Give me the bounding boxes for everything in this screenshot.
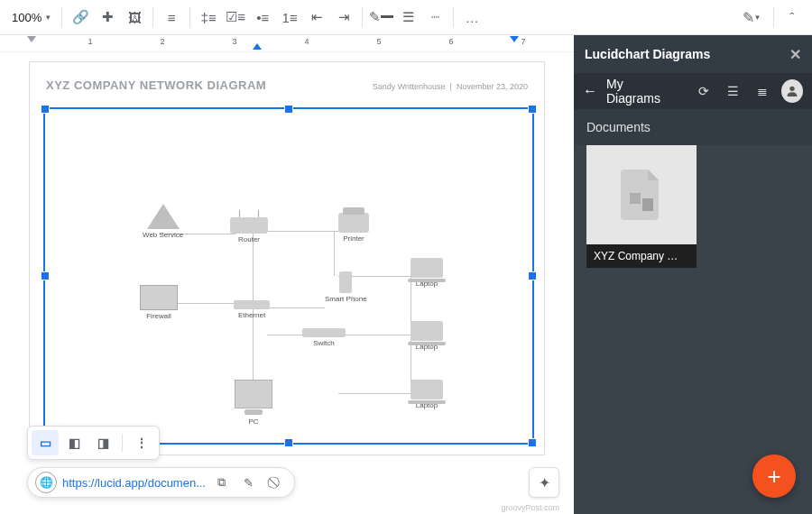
wire bbox=[266, 307, 325, 308]
svg-rect-2 bbox=[642, 198, 653, 211]
close-button[interactable]: ✕ bbox=[789, 46, 801, 63]
wrap-inline-button[interactable]: ▭ bbox=[32, 430, 59, 455]
border-weight-button[interactable]: ☰ bbox=[395, 5, 420, 30]
thumbnail-preview bbox=[586, 145, 697, 244]
insert-link-button[interactable]: 🔗 bbox=[68, 5, 93, 30]
ruler-mark: 3 bbox=[232, 37, 236, 46]
node-ethernet: Ethernet bbox=[234, 300, 270, 319]
date: November 23, 2020 bbox=[457, 82, 528, 91]
back-button[interactable]: ← bbox=[583, 83, 597, 99]
increase-indent-button[interactable]: ⇥ bbox=[331, 5, 356, 30]
align-button[interactable]: ≡ bbox=[159, 5, 184, 30]
node-pc: PC bbox=[235, 380, 272, 426]
wrap-break-button[interactable]: ◨ bbox=[89, 430, 116, 455]
image-more-button[interactable]: ⋮ bbox=[128, 430, 155, 455]
left-indent-marker[interactable] bbox=[27, 36, 36, 42]
remove-link-button[interactable]: ⃠ bbox=[265, 472, 287, 493]
author: Sandy Writtenhouse bbox=[373, 82, 446, 91]
explore-button[interactable]: ✦ bbox=[529, 467, 559, 498]
separator bbox=[61, 7, 62, 27]
chevron-down-icon: ▼ bbox=[44, 14, 51, 22]
right-indent-marker[interactable] bbox=[510, 36, 519, 42]
ethernet-icon bbox=[234, 300, 270, 309]
node-web-service: Web Service bbox=[143, 204, 183, 239]
ruler-mark: 5 bbox=[376, 37, 381, 46]
node-label: Router bbox=[230, 235, 268, 243]
node-switch: Switch bbox=[302, 328, 346, 347]
page-title: XYZ COMPANY NETWORK DIAGRAM bbox=[46, 78, 266, 92]
horizontal-ruler[interactable]: 1 2 3 4 5 6 7 bbox=[0, 35, 574, 52]
web-service-icon bbox=[147, 204, 180, 229]
checklist-button[interactable]: ☑≡ bbox=[223, 5, 248, 30]
diagram-thumbnail[interactable]: XYZ Company … bbox=[586, 145, 697, 268]
decrease-indent-button[interactable]: ⇤ bbox=[304, 5, 329, 30]
globe-icon: 🌐 bbox=[35, 472, 57, 493]
insert-image-button[interactable]: 🖼 bbox=[122, 5, 147, 30]
ruler-mark: 2 bbox=[160, 37, 164, 46]
hide-menus-button[interactable]: ˆ bbox=[780, 5, 805, 30]
node-label: Switch bbox=[302, 339, 346, 347]
user-avatar[interactable] bbox=[781, 79, 803, 103]
svg-point-0 bbox=[789, 87, 794, 91]
document-area: 1 2 3 4 5 6 7 XYZ COMPANY NETWORK DIAGRA… bbox=[0, 35, 574, 514]
laptop-icon bbox=[411, 258, 443, 278]
node-router: Router bbox=[230, 217, 268, 243]
separator bbox=[122, 434, 123, 452]
router-icon bbox=[230, 217, 268, 234]
smartphone-icon bbox=[339, 271, 352, 293]
sort-button[interactable]: ☰ bbox=[723, 80, 743, 102]
link-url[interactable]: https://lucid.app/documen... bbox=[62, 476, 206, 490]
network-diagram: Web Service Firewall Router Etherne bbox=[45, 109, 532, 443]
selected-diagram[interactable]: Web Service Firewall Router Etherne bbox=[43, 107, 534, 445]
wire bbox=[334, 231, 335, 276]
add-comment-button[interactable]: ✚ bbox=[95, 5, 120, 30]
sidebar-title: Lucidchart Diagrams bbox=[585, 47, 710, 61]
node-laptop-3: Laptop bbox=[411, 380, 443, 409]
node-firewall: Firewall bbox=[140, 285, 178, 320]
sidebar-header: Lucidchart Diagrams ✕ bbox=[574, 35, 812, 73]
view-list-button[interactable]: ≣ bbox=[752, 80, 771, 102]
more-button[interactable]: … bbox=[459, 5, 484, 30]
border-dash-button[interactable]: ┈ bbox=[422, 5, 448, 30]
ruler-mark: 1 bbox=[88, 37, 92, 46]
pc-icon bbox=[235, 380, 272, 408]
wrap-text-button[interactable]: ◧ bbox=[60, 430, 88, 455]
line-spacing-button[interactable]: ‡≡ bbox=[196, 5, 221, 30]
firewall-icon bbox=[140, 285, 178, 310]
page-scroll[interactable]: XYZ COMPANY NETWORK DIAGRAM Sandy Writte… bbox=[0, 52, 574, 514]
switch-icon bbox=[302, 328, 346, 337]
node-label: Firewall bbox=[140, 312, 178, 320]
node-laptop-1: Laptop bbox=[411, 258, 443, 288]
separator bbox=[773, 7, 774, 27]
editing-mode-button[interactable]: ✎ ▼ bbox=[735, 5, 768, 30]
node-smartphone: Smart Phone bbox=[325, 271, 367, 303]
zoom-value: 100% bbox=[12, 11, 42, 24]
refresh-button[interactable]: ⟳ bbox=[694, 80, 714, 102]
breadcrumb: My Diagrams bbox=[606, 77, 676, 106]
zoom-selector[interactable]: 100% ▼ bbox=[7, 11, 56, 24]
border-color-button[interactable]: ✎ bbox=[368, 5, 393, 30]
bulleted-list-button[interactable]: •≡ bbox=[250, 5, 275, 30]
wire bbox=[338, 335, 411, 335]
copy-link-button[interactable]: ⧉ bbox=[211, 472, 233, 493]
ruler-mark: 7 bbox=[521, 37, 525, 46]
ruler-mark: 4 bbox=[304, 37, 309, 46]
laptop-icon bbox=[411, 380, 443, 399]
numbered-list-button[interactable]: 1≡ bbox=[277, 5, 302, 30]
svg-rect-1 bbox=[630, 193, 641, 204]
ruler-mark: 6 bbox=[448, 37, 453, 46]
node-label: Web Service bbox=[143, 231, 183, 239]
thumbnail-caption: XYZ Company … bbox=[586, 244, 697, 268]
node-label: PC bbox=[235, 418, 272, 426]
sidebar-subheader: ← My Diagrams ⟳ ☰ ≣ bbox=[574, 73, 812, 109]
laptop-icon bbox=[411, 321, 443, 341]
wire bbox=[338, 393, 411, 394]
node-label: Smart Phone bbox=[325, 295, 367, 303]
node-printer: Printer bbox=[338, 213, 369, 243]
node-label: Printer bbox=[338, 234, 369, 243]
section-label: Documents bbox=[574, 109, 812, 145]
new-diagram-fab[interactable]: + bbox=[752, 454, 796, 498]
separator bbox=[362, 7, 363, 27]
edit-link-button[interactable]: ✎ bbox=[238, 472, 260, 493]
first-line-indent-marker[interactable] bbox=[253, 43, 262, 50]
